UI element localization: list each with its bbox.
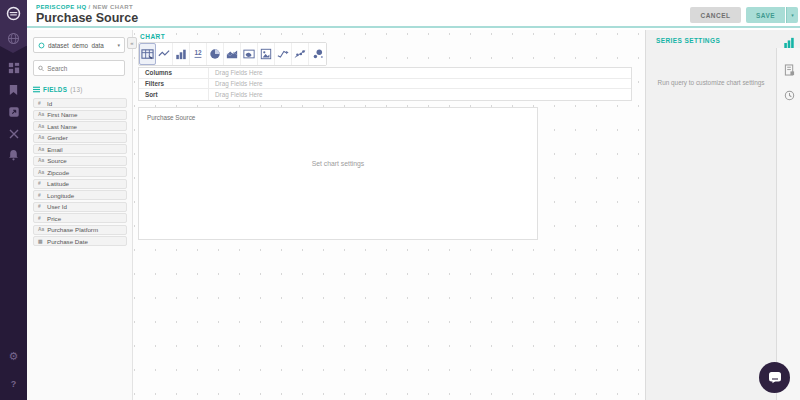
field-item-last-name[interactable]: AaLast Name: [33, 121, 127, 131]
field-item-source[interactable]: AaSource: [33, 156, 127, 166]
line-chart-button[interactable]: [156, 43, 173, 65]
series-empty-message: Run query to customize chart settings: [653, 78, 769, 88]
field-item-price[interactable]: #Price: [33, 213, 127, 223]
rail-notch: [0, 46, 26, 53]
text-type-icon: Aa: [38, 124, 44, 129]
search-icon: [38, 65, 44, 72]
text-type-icon: Aa: [38, 227, 44, 232]
field-item-email[interactable]: AaEmail: [33, 144, 127, 154]
save-dropdown-button[interactable]: ▾: [786, 7, 798, 23]
date-type-icon: ▦: [38, 239, 44, 244]
apps-grid-icon[interactable]: [0, 60, 27, 76]
map-chart-icon: [243, 48, 255, 60]
number-type-icon: #: [38, 101, 44, 106]
export-box-icon[interactable]: [0, 104, 27, 120]
gear-icon[interactable]: ⚙: [0, 348, 27, 364]
app-rail: ⚙ ?: [0, 0, 27, 400]
image-chart-icon: [260, 48, 272, 60]
filters-row: Filters Drag Fields Here: [139, 79, 631, 90]
image-chart-button[interactable]: [258, 43, 275, 65]
query-log-icon: [784, 64, 795, 76]
field-item-id[interactable]: #Id: [33, 98, 127, 108]
dataset-selector[interactable]: dataset_demo_data ▾: [33, 37, 125, 53]
help-icon[interactable]: ?: [0, 376, 27, 392]
map-chart-button[interactable]: [241, 43, 258, 65]
sort-label: Sort: [139, 89, 209, 100]
dataset-value: dataset_demo_data: [48, 42, 114, 49]
periscope-logo-icon[interactable]: [0, 4, 27, 22]
help-glyph: ?: [11, 379, 17, 389]
pie-chart-button[interactable]: [207, 43, 224, 65]
globe-icon[interactable]: [0, 30, 27, 46]
pie-chart-icon: [209, 48, 221, 60]
search-input[interactable]: [47, 65, 120, 72]
query-builder-rows: Columns Drag Fields Here Filters Drag Fi…: [138, 67, 632, 101]
chat-bubble-icon: [768, 371, 782, 384]
fields-list-icon: [33, 86, 40, 93]
number-type-icon: #: [38, 193, 44, 198]
area-chart-button[interactable]: [224, 43, 241, 65]
breadcrumb-current: NEW CHART: [93, 4, 133, 10]
field-item-longitude[interactable]: #Longitude: [33, 190, 127, 200]
search-box: [33, 60, 125, 76]
query-log-tab[interactable]: [777, 60, 800, 80]
svg-text:12: 12: [194, 49, 202, 56]
bar-chart-icon: [175, 48, 187, 60]
fields-count: (13): [70, 86, 82, 93]
history-clock-icon: [784, 90, 795, 101]
series-settings-title: SERIES SETTINGS: [656, 37, 720, 44]
filters-dropzone[interactable]: Drag Fields Here: [209, 80, 631, 87]
field-item-first-name[interactable]: AaFirst Name: [33, 110, 127, 120]
number-type-icon: #: [38, 181, 44, 186]
chevron-down-icon: ▾: [791, 12, 794, 18]
flow-chart-icon: [277, 48, 289, 60]
field-list: #Id AaFirst Name AaLast Name AaGender Aa…: [33, 98, 127, 248]
filters-label: Filters: [139, 79, 209, 89]
field-item-purchase-platform[interactable]: AaPurchase Platform: [33, 225, 127, 235]
line-chart-icon: [158, 48, 170, 60]
close-icon[interactable]: [0, 126, 27, 142]
chart-preview: Purchase Source Set chart settings: [138, 107, 538, 240]
sort-row: Sort Drag Fields Here: [139, 89, 631, 100]
number-chart-icon: 12: [192, 48, 204, 60]
bookmark-icon[interactable]: [0, 82, 27, 98]
table-chart-button[interactable]: [139, 43, 156, 65]
table-chart-icon: [141, 48, 154, 61]
page-title: Purchase Source: [36, 11, 138, 25]
series-settings-panel: SERIES SETTINGS Run query to customize c…: [645, 30, 800, 400]
bubble-chart-button[interactable]: [309, 43, 326, 65]
flow-chart-button[interactable]: [275, 43, 292, 65]
cancel-button[interactable]: CANCEL: [690, 7, 741, 23]
history-tab[interactable]: [777, 85, 800, 105]
text-type-icon: Aa: [38, 147, 44, 152]
chat-bubble-button[interactable]: [759, 362, 790, 393]
columns-label: Columns: [139, 68, 209, 78]
text-type-icon: Aa: [38, 112, 44, 117]
panel-icon-strip: [776, 48, 800, 400]
chart-preview-title: Purchase Source: [147, 114, 195, 121]
fields-sidebar: dataset_demo_data ▾ « FIELDS (13) #Id Aa…: [27, 30, 133, 400]
breadcrumb-root[interactable]: PERISCOPE HQ: [36, 4, 86, 10]
field-item-latitude[interactable]: #Latitude: [33, 179, 127, 189]
area-chart-icon: [226, 48, 238, 60]
text-type-icon: Aa: [38, 135, 44, 140]
number-chart-button[interactable]: 12: [190, 43, 207, 65]
save-button[interactable]: SAVE: [746, 7, 785, 23]
bar-chart-button[interactable]: [173, 43, 190, 65]
bell-icon[interactable]: [0, 147, 27, 163]
page-header: PERISCOPE HQ / NEW CHART Purchase Source…: [27, 0, 800, 28]
chart-canvas: CHART 12: [133, 30, 645, 400]
number-type-icon: #: [38, 204, 44, 209]
field-item-gender[interactable]: AaGender: [33, 133, 127, 143]
field-item-user-id[interactable]: #User Id: [33, 202, 127, 212]
sort-dropzone[interactable]: Drag Fields Here: [209, 91, 631, 98]
field-item-zipcode[interactable]: AaZipcode: [33, 167, 127, 177]
fields-label: FIELDS: [43, 86, 67, 93]
fields-header: FIELDS (13): [33, 86, 83, 93]
field-item-purchase-date[interactable]: ▦Purchase Date: [33, 236, 127, 246]
text-type-icon: Aa: [38, 170, 44, 175]
columns-dropzone[interactable]: Drag Fields Here: [209, 69, 631, 76]
scatter-chart-button[interactable]: [292, 43, 309, 65]
sidebar-collapse-button[interactable]: «: [127, 37, 137, 49]
breadcrumb: PERISCOPE HQ / NEW CHART: [36, 4, 133, 10]
